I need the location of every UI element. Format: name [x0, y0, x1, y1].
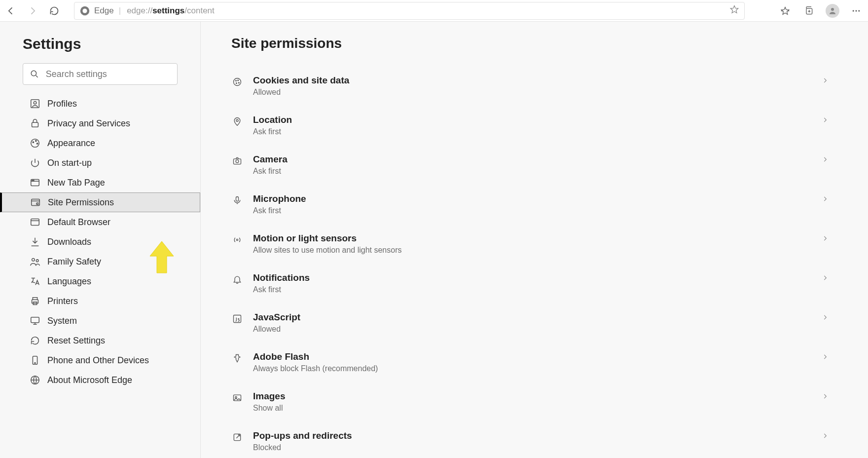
svg-rect-23	[32, 300, 38, 303]
permission-text: NotificationsAsk first	[253, 272, 822, 294]
flash-icon	[231, 352, 243, 364]
url-text: edge://settings/content	[127, 6, 215, 16]
sidebar-item-family-safety[interactable]: Family Safety	[0, 252, 200, 271]
popup-icon	[231, 431, 243, 443]
sidebar-item-default-browser[interactable]: Default Browser	[0, 212, 200, 232]
address-divider: |	[119, 6, 121, 16]
permission-subtitle: Show all	[253, 404, 822, 413]
sidebar-item-about-microsoft-edge[interactable]: About Microsoft Edge	[0, 370, 200, 390]
favorites-button[interactable]	[773, 0, 797, 22]
sidebar-item-phone-and-other-devices[interactable]: Phone and Other Devices	[0, 350, 200, 370]
svg-point-12	[33, 142, 34, 143]
sidebar-item-system[interactable]: System	[0, 311, 200, 331]
svg-rect-37	[236, 197, 239, 201]
permission-row-microphone[interactable]: MicrophoneAsk first	[231, 185, 833, 224]
power-icon	[30, 157, 40, 168]
search-icon	[30, 69, 39, 79]
sidebar-item-downloads[interactable]: Downloads	[0, 232, 200, 252]
permission-row-adobe-flash[interactable]: Adobe FlashAlways block Flash (recommend…	[231, 343, 833, 382]
permission-title: Microphone	[253, 193, 822, 204]
svg-point-21	[32, 259, 35, 262]
settings-main-panel: Site permissions Cookies and site dataAl…	[201, 22, 868, 458]
sidebar-item-label: Privacy and Services	[47, 118, 130, 129]
forward-button[interactable]	[22, 0, 43, 22]
sidebar-item-privacy-and-services[interactable]: Privacy and Services	[0, 114, 200, 133]
sidebar-item-label: Default Browser	[47, 217, 110, 228]
mic-icon	[231, 194, 243, 206]
sidebar-item-reset-settings[interactable]: Reset Settings	[0, 331, 200, 350]
permission-row-pop-ups-and-redirects[interactable]: Pop-ups and redirectsBlocked	[231, 421, 833, 458]
sidebar-item-new-tab-page[interactable]: New Tab Page	[0, 173, 200, 192]
back-button[interactable]	[0, 0, 22, 22]
collections-button[interactable]	[797, 0, 821, 22]
permission-text: MicrophoneAsk first	[253, 193, 822, 215]
svg-point-32	[236, 83, 237, 84]
chevron-right-icon	[822, 156, 833, 163]
more-menu-button[interactable]	[844, 0, 868, 22]
permission-row-camera[interactable]: CameraAsk first	[231, 145, 833, 185]
address-bar[interactable]: Edge | edge://settings/content	[74, 2, 745, 20]
permission-subtitle: Blocked	[253, 443, 822, 452]
permission-row-location[interactable]: LocationAsk first	[231, 106, 833, 145]
phone-icon	[30, 355, 40, 366]
permission-subtitle: Allowed	[253, 325, 822, 334]
permission-row-images[interactable]: ImagesShow all	[231, 382, 833, 421]
sidebar-item-label: New Tab Page	[47, 178, 105, 188]
svg-point-1	[82, 8, 87, 13]
svg-point-29	[234, 78, 241, 86]
permission-text: ImagesShow all	[253, 391, 822, 413]
newtab-icon	[30, 177, 40, 188]
svg-point-5	[856, 10, 857, 11]
siteperm-icon	[30, 197, 41, 208]
chevron-right-icon	[822, 235, 833, 242]
search-settings-input[interactable]	[46, 69, 170, 79]
profile-avatar[interactable]	[821, 0, 844, 22]
permission-row-cookies-and-site-data[interactable]: Cookies and site dataAllowed	[231, 66, 833, 106]
svg-point-30	[236, 80, 237, 81]
permission-title: Adobe Flash	[253, 351, 822, 362]
printer-icon	[30, 296, 40, 306]
permission-text: CameraAsk first	[253, 154, 822, 176]
permission-title: Camera	[253, 154, 822, 165]
permission-text: JavaScriptAllowed	[253, 312, 822, 334]
search-settings-box[interactable]	[23, 63, 178, 85]
location-icon	[231, 115, 243, 127]
svg-rect-39	[234, 315, 241, 323]
sidebar-item-languages[interactable]: Languages	[0, 271, 200, 291]
sensor-icon	[231, 234, 243, 246]
browser-toolbar: Edge | edge://settings/content	[0, 0, 868, 22]
permission-title: Motion or light sensors	[253, 233, 822, 244]
permission-row-javascript[interactable]: JavaScriptAllowed	[231, 303, 833, 343]
refresh-button[interactable]	[43, 0, 65, 22]
sidebar-item-printers[interactable]: Printers	[0, 291, 200, 311]
sidebar-item-on-start-up[interactable]: On start-up	[0, 153, 200, 173]
sidebar-item-label: On start-up	[47, 158, 92, 168]
favorite-star-icon[interactable]	[729, 4, 739, 17]
cookie-icon	[231, 76, 243, 88]
permission-text: LocationAsk first	[253, 114, 822, 136]
edge-logo-icon	[79, 5, 90, 16]
sidebar-item-label: Reset Settings	[47, 336, 105, 346]
sidebar-item-label: Site Permissions	[48, 197, 114, 208]
permission-title: Images	[253, 391, 822, 402]
reset-icon	[30, 335, 40, 346]
sidebar-item-site-permissions[interactable]: Site Permissions	[0, 192, 200, 212]
browser-name-label: Edge	[94, 6, 114, 16]
svg-point-33	[239, 82, 240, 83]
chevron-right-icon	[822, 116, 833, 123]
sidebar-item-appearance[interactable]: Appearance	[0, 133, 200, 153]
default-icon	[30, 217, 40, 228]
permission-title: Pop-ups and redirects	[253, 430, 822, 441]
sidebar-item-profiles[interactable]: Profiles	[0, 94, 200, 114]
appearance-icon	[30, 138, 40, 149]
svg-point-34	[236, 119, 238, 121]
svg-point-13	[36, 140, 36, 141]
svg-point-3	[831, 8, 834, 11]
svg-point-22	[36, 260, 38, 262]
lang-icon	[30, 276, 40, 287]
permission-row-motion-or-light-sensors[interactable]: Motion or light sensorsAllow sites to us…	[231, 224, 833, 264]
permission-row-notifications[interactable]: NotificationsAsk first	[231, 264, 833, 303]
chevron-right-icon	[822, 274, 833, 281]
download-icon	[30, 236, 40, 247]
permission-title: Location	[253, 114, 822, 125]
